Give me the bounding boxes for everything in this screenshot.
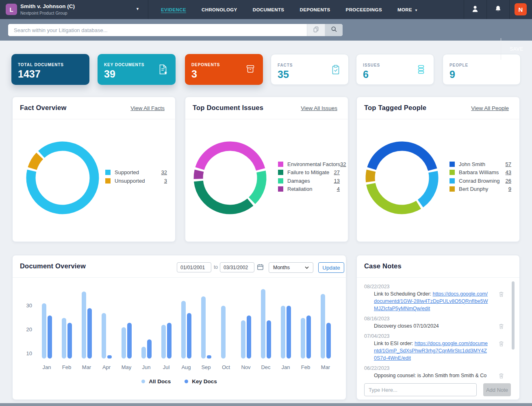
advanced-search-button[interactable] [307,24,325,36]
x-axis-month-label: Jan [38,364,56,370]
nav-divider [509,0,510,19]
card-title: Case Notes [364,262,402,270]
legend-value-link[interactable]: 9 [508,186,511,192]
case-subtitle: Nextpoint Product Group [20,11,67,15]
legend-swatch [449,170,455,175]
donut-card-fact-overview: Fact OverviewView All FactsSupported32Un… [12,97,176,242]
donut-card-top-tagged-people: Top Tagged PeopleView All PeopleJohn Smi… [356,97,520,242]
bar-all-docs [62,318,66,358]
stat-card-key-documents[interactable]: KEY DOCUMENTS39 [98,54,176,85]
bar-all-docs [181,301,186,358]
donut-segment-unsupported [32,156,39,168]
donut-segment-supported [31,146,94,209]
search-input[interactable] [8,24,307,36]
calendar-icon[interactable] [257,263,264,272]
case-avatar[interactable]: L [6,4,17,15]
bar-all-docs [261,289,265,358]
nav-item-documents[interactable]: DOCUMENTS [253,7,284,12]
notes-scrollbar-thumb[interactable] [512,281,515,350]
legend-value-link[interactable]: 13 [334,178,340,184]
note-text-prefix: Link to ESI order: [374,341,415,346]
search-submit-button[interactable] [325,24,343,36]
stat-card-deponents[interactable]: DEPONENTS3 [185,54,263,85]
legend-value-link[interactable]: 57 [506,161,511,167]
bar-all-docs [241,320,245,358]
legend-value-link[interactable]: 32 [340,161,346,167]
interval-select[interactable]: Months [269,262,313,273]
stat-card-label: KEY DOCUMENTS [104,63,144,67]
donut-segment-environmental-factors [200,146,261,169]
nav-item-proceedings[interactable]: PROCEEDINGS [346,7,382,12]
trash-icon[interactable] [499,291,504,299]
interval-select-value: Months [273,265,290,270]
bar-key-docs [187,313,191,358]
bar-key-docs [87,308,92,358]
legend-item: Key Docs [185,378,217,384]
trash-icon[interactable] [499,323,504,331]
view-all-link[interactable]: View All Facts [130,105,165,111]
top-nav: L Smith v. Johnson (C) Nextpoint Product… [0,0,532,19]
card-header: Fact OverviewView All Facts [13,97,175,119]
legend-value-link[interactable]: 32 [161,169,167,175]
legend-swatch [105,170,111,175]
notifications-button[interactable] [486,0,509,19]
legend-item: Retaliation4 [278,185,340,194]
chevron-down-icon [305,265,309,270]
legend-label: Unsupported [115,178,164,184]
legend-label: Failure to Mitigate [287,169,334,175]
nav-item-evidence[interactable]: EVIDENCE [161,7,186,12]
legend-item: John Smith57 [449,160,511,168]
nextpoint-logo[interactable]: N [515,3,527,15]
y-axis-tick-label: 20 [20,326,32,333]
date-to-input[interactable] [220,262,254,272]
note-date: 08/16/2023 [364,316,504,322]
legend-dot [141,380,145,383]
donut-segment-barbara-williams [371,184,419,209]
view-all-link[interactable]: View All People [471,105,509,111]
case-title: Smith v. Johnson (C) [20,3,75,9]
bottom-strip [0,403,532,406]
legend-item: Conrad Browning26 [449,177,511,185]
view-all-link[interactable]: View All Issues [301,105,337,111]
donut-legend: Environmental Factors32Failure to Mitiga… [278,160,340,193]
note-input[interactable] [364,383,477,396]
stat-card-value: 1437 [18,68,41,80]
x-axis-month-label: Jul [157,364,175,370]
bar-all-docs [141,347,146,359]
date-from-input[interactable] [177,262,211,272]
donut-chart [363,139,441,216]
legend-value-link[interactable]: 4 [337,186,340,192]
update-button[interactable]: Update [318,262,344,273]
nav-item-more[interactable]: MORE▼ [397,7,418,12]
legend-value-link[interactable]: 3 [164,178,167,184]
y-axis-tick-label: 30 [20,302,32,309]
x-axis-month-label: Jun [137,364,155,370]
save-search-button[interactable]: SAVE [501,38,532,60]
bar-all-docs [161,325,166,358]
document-star-icon [157,63,169,78]
case-notes-card: Case Notes 08/22/2023Link to Scheduling … [356,255,520,400]
add-note-button[interactable]: Add Note [483,383,511,396]
legend-label: Damages [287,178,334,184]
donut-legend: John Smith57Barbara Williams43Conrad Bro… [449,160,511,193]
stat-card-total-documents[interactable]: TOTAL DOCUMENTS1437 [11,54,89,85]
bar-all-docs [281,306,285,358]
stat-card-value: 35 [278,69,289,80]
nav-item-deponents[interactable]: DEPONENTS [300,7,330,12]
legend-swatch [449,162,455,167]
stat-card-issues[interactable]: ISSUES6 [356,54,434,85]
legend-value-link[interactable]: 27 [334,169,340,175]
legend-value-link[interactable]: 26 [506,178,511,184]
card-title: Top Document Issues [193,104,263,112]
trash-icon[interactable] [499,341,504,348]
legend-value-link[interactable]: 43 [506,169,511,175]
nav-item-chronology[interactable]: CHRONOLOGY [202,7,237,12]
case-switcher-caret-icon[interactable]: ▼ [136,7,139,11]
donut-segment-bert-dunphy [370,171,371,181]
y-axis-tick-label: 10 [20,350,32,356]
note-text: Opposing counsel: is John Smith from Smi… [374,372,489,380]
card-title: Document Overview [20,262,86,270]
stat-card-value: 39 [104,68,115,80]
user-account-button[interactable] [464,0,486,19]
stat-card-facts[interactable]: FACTS35 [271,54,349,85]
